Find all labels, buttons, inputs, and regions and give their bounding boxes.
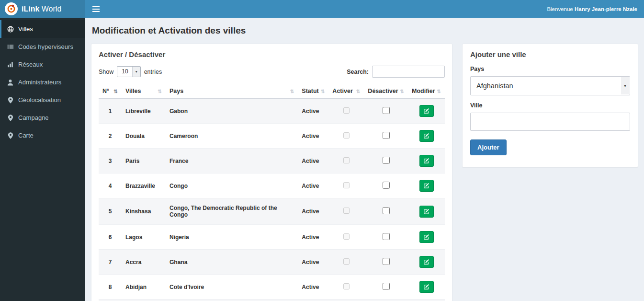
sidebar-item-villes[interactable]: Villes (0, 20, 85, 38)
column-header-pays[interactable]: Pays⇅ (166, 84, 298, 99)
column-header-statut[interactable]: Statut⇅ (298, 84, 328, 99)
table-row: 9 Dakar Senegal Active (99, 300, 445, 301)
cell-pays: France (166, 149, 298, 174)
sidebar-item-reseaux[interactable]: Réseaux (0, 56, 85, 73)
activer-checkbox (343, 208, 350, 214)
cell-ville: Abidjan (122, 275, 166, 300)
edit-icon (423, 259, 429, 265)
modifier-button[interactable] (419, 206, 434, 218)
main-content: Modification et Activation des villes Ac… (85, 0, 644, 301)
desactiver-checkbox[interactable] (383, 157, 390, 164)
activer-checkbox (343, 107, 350, 114)
activer-checkbox (343, 233, 350, 240)
search-input[interactable] (372, 66, 445, 78)
column-header-villes[interactable]: Villes⇅ (122, 84, 166, 99)
modifier-button[interactable] (419, 180, 434, 192)
edit-icon (423, 183, 429, 189)
sort-icon: ⇅ (437, 89, 441, 94)
desactiver-checkbox[interactable] (383, 258, 390, 265)
sidebar-item-carte[interactable]: Carte (0, 127, 85, 144)
villes-table-header-row: N°⇅Villes⇅Pays⇅Statut⇅Activer⇅Désactiver… (99, 84, 445, 99)
table-row: 4 Brazzaville Congo Active (99, 174, 445, 198)
page-length-value: 10 (117, 67, 132, 77)
desactiver-checkbox[interactable] (383, 207, 390, 214)
cell-pays: Cote d'Ivoire (166, 275, 298, 300)
cell-pays: Congo (166, 174, 298, 198)
desactiver-checkbox[interactable] (383, 182, 390, 189)
add-panel-title: Ajouter une ville (470, 50, 630, 58)
welcome-prefix: Bienvenue (547, 6, 573, 12)
show-label: Show (99, 69, 113, 75)
sidebar-item-label: Campagne (18, 114, 49, 121)
cell-ville: Paris (122, 149, 166, 174)
sort-icon: ⇅ (114, 89, 118, 94)
table-row: 7 Accra Ghana Active (99, 250, 445, 275)
sidebar-item-label: Villes (18, 25, 33, 33)
logo-icon (7, 4, 16, 13)
brand[interactable]: iLink World (0, 0, 85, 18)
page-length-select[interactable]: 10 ▾ (117, 66, 140, 77)
cell-num: 2 (99, 124, 122, 149)
column-header-modifier[interactable]: Modifier⇅ (408, 84, 445, 99)
user-icon (7, 79, 14, 86)
sort-icon: ⇅ (356, 89, 360, 94)
desactiver-checkbox[interactable] (383, 107, 390, 114)
sort-icon: ⇅ (400, 89, 404, 94)
cell-ville: Libreville (122, 99, 166, 124)
cell-ville: Dakar (122, 300, 166, 301)
modifier-button[interactable] (419, 155, 434, 167)
table-row: 2 Douala Cameroon Active (99, 124, 445, 149)
cell-num: 7 (99, 250, 122, 275)
column-header-activer[interactable]: Activer⇅ (328, 84, 364, 99)
cell-pays: Senegal (166, 300, 298, 301)
cell-statut: Active (298, 149, 328, 174)
modifier-button[interactable] (419, 130, 434, 142)
sidebar-item-label: Géolocalisation (18, 96, 61, 104)
modifier-button[interactable] (419, 105, 434, 117)
modifier-button[interactable] (419, 231, 434, 243)
edit-icon (423, 108, 429, 114)
cell-num: 6 (99, 225, 122, 250)
table-row: 8 Abidjan Cote d'Ivoire Active (99, 275, 445, 300)
app-logo (5, 2, 18, 15)
map-marker-icon (7, 97, 14, 104)
sidebar-item-campagne[interactable]: Campagne (0, 109, 85, 127)
brand-title-bold: iLink (22, 5, 39, 13)
welcome-user-name: Hanry Jean-pierre Nzale (575, 6, 637, 12)
edit-icon (423, 208, 429, 215)
cell-statut: Active (298, 99, 328, 124)
cell-num: 8 (99, 275, 122, 300)
ville-input[interactable] (470, 113, 630, 131)
search-control: Search: (347, 66, 445, 78)
desactiver-checkbox[interactable] (383, 132, 390, 139)
sidebar-item-codes-hyperviseurs[interactable]: Codes hyperviseurs (0, 38, 85, 56)
modifier-button[interactable] (419, 281, 434, 293)
desactiver-checkbox[interactable] (383, 233, 390, 240)
table-row: 1 Libreville Gabon Active (99, 99, 445, 124)
cell-pays: Gabon (166, 99, 298, 124)
pays-label: Pays (470, 66, 630, 72)
brand-title-light: World (42, 5, 62, 13)
sidebar-toggle-icon[interactable] (85, 0, 106, 18)
activer-checkbox (343, 283, 350, 289)
pays-select[interactable]: Afghanistan ▾ (470, 76, 630, 95)
globe-icon (7, 26, 14, 33)
ville-label: Ville (470, 102, 630, 109)
sidebar-item-label: Carte (18, 132, 34, 139)
cell-statut: Active (298, 124, 328, 149)
cell-statut: Active (298, 198, 328, 225)
column-header-num[interactable]: N°⇅ (99, 84, 122, 99)
chevron-down-icon: ▾ (132, 67, 140, 77)
bar-chart-icon (7, 61, 14, 68)
ajouter-button[interactable]: Ajouter (470, 139, 507, 155)
edit-icon (423, 133, 429, 139)
cell-ville: Lagos (122, 225, 166, 250)
cell-pays: Nigeria (166, 225, 298, 250)
page-title: Modification et Activation des villes (92, 25, 638, 36)
sidebar-item-administrateurs[interactable]: Administrateurs (0, 73, 85, 91)
sidebar-item-geolocalisation[interactable]: Géolocalisation (0, 91, 85, 109)
desactiver-checkbox[interactable] (383, 283, 390, 290)
column-header-desactiver[interactable]: Désactiver⇅ (364, 84, 408, 99)
cell-pays: Ghana (166, 250, 298, 275)
modifier-button[interactable] (419, 256, 434, 268)
